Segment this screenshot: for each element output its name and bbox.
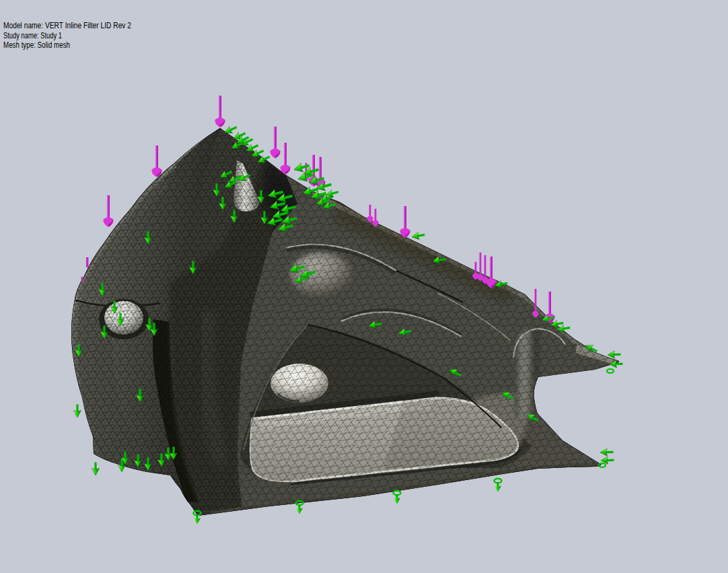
svg-text:Study name: Study 1: Study name: Study 1 [3,31,62,40]
svg-text:Mesh type: Solid mesh: Mesh type: Solid mesh [3,40,70,50]
svg-text:Model name: VERT Inline Filter: Model name: VERT Inline Filter LID Rev 2 [3,21,131,30]
